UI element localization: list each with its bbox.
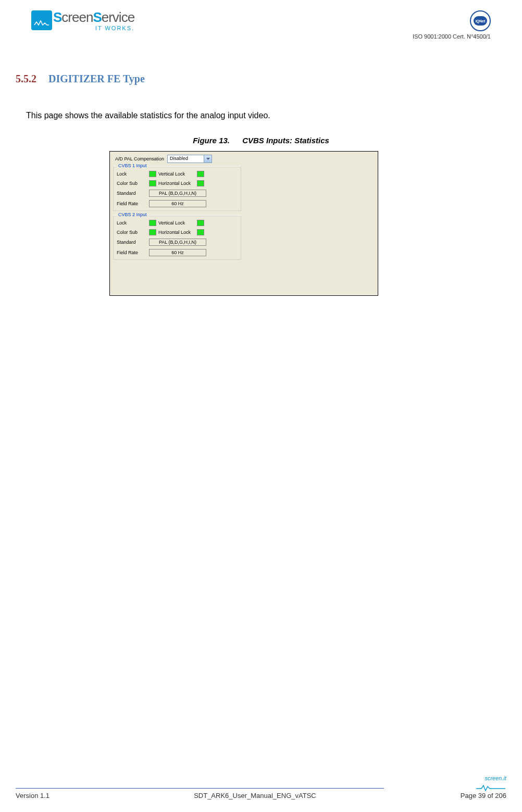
ui-screenshot-panel: A/D PAL Compensation Disabled CVBS 1 Inp… (109, 151, 378, 296)
chevron-down-icon[interactable] (204, 155, 212, 163)
logo-tagline: IT WORKS. (53, 25, 134, 31)
fieldrate-label: Field Rate (117, 201, 149, 206)
hlock-led-icon (197, 180, 204, 186)
footer-version: Version 1.1 (16, 792, 49, 799)
footer-page: Page 39 of 206 (461, 792, 506, 799)
figure-title: CVBS Inputs: Statistics (242, 136, 329, 145)
logo-icon (31, 10, 52, 30)
colorsub-led-icon (149, 229, 156, 235)
cvbs-1-legend: CVBS 1 Input (117, 163, 148, 168)
figure-caption: Figure 13. CVBS Inputs: Statistics (16, 136, 506, 145)
cvbs-1-fieldset: CVBS 1 Input Lock Vertical Lock Color Su… (113, 166, 241, 211)
hlock-led-icon (197, 229, 204, 235)
standard-label: Standard (117, 191, 149, 196)
standard-readout: PAL (B,D,G,H,I,N) (149, 239, 206, 246)
cvbs-2-legend: CVBS 2 Input (117, 212, 148, 217)
colorsub-led-icon (149, 180, 156, 186)
company-logo: ScreenService IT WORKS. (31, 10, 134, 31)
cvbs-2-fieldset: CVBS 2 Input Lock Vertical Lock Color Su… (113, 215, 241, 260)
section-heading: 5.5.2 DIGITIZER FE Type (16, 73, 506, 85)
lock-label: Lock (117, 220, 149, 226)
fieldrate-readout: 60 Hz (149, 249, 206, 256)
footer-brand: screen.it (484, 775, 506, 781)
page-header: ScreenService IT WORKS. IQNet ISO 9001:2… (16, 10, 506, 47)
vlock-led-icon (197, 171, 204, 177)
logo-text: ScreenService (53, 10, 134, 24)
vlock-label: Vertical Lock (158, 220, 197, 226)
colorsub-label: Color Sub (117, 230, 149, 235)
footer-logo: screen.it (475, 775, 506, 792)
ad-pal-value: Disabled (168, 155, 204, 163)
lock-led-icon (149, 171, 156, 177)
footer-doc: SDT_ARK6_User_Manual_ENG_vATSC (194, 792, 316, 799)
iso-cert-text: ISO 9001:2000 Cert. N°4500/1 (413, 33, 491, 40)
section-title: DIGITIZER FE Type (48, 73, 145, 84)
vlock-label: Vertical Lock (158, 171, 197, 177)
lock-label: Lock (117, 171, 149, 177)
hlock-label: Horizontal Lock (158, 230, 197, 235)
fieldrate-label: Field Rate (117, 250, 149, 255)
standard-label: Standard (117, 240, 149, 245)
vlock-led-icon (197, 220, 204, 226)
figure-label: Figure 13. (193, 136, 230, 145)
footer-divider (16, 788, 384, 789)
standard-readout: PAL (B,D,G,H,I,N) (149, 190, 206, 197)
hlock-label: Horizontal Lock (158, 181, 197, 186)
fieldrate-readout: 60 Hz (149, 200, 206, 207)
ad-pal-label: A/D PAL Compensation (115, 156, 164, 161)
intro-paragraph: This page shows the available statistics… (26, 111, 506, 120)
page-footer: screen.it Version 1.1 SDT_ARK6_User_Manu… (16, 775, 506, 799)
lock-led-icon (149, 220, 156, 226)
iqnet-badge-icon: IQNet (470, 10, 491, 31)
footer-wave-icon (475, 783, 506, 792)
section-number: 5.5.2 (16, 73, 36, 84)
ad-pal-dropdown[interactable]: Disabled (167, 155, 212, 163)
colorsub-label: Color Sub (117, 181, 149, 186)
